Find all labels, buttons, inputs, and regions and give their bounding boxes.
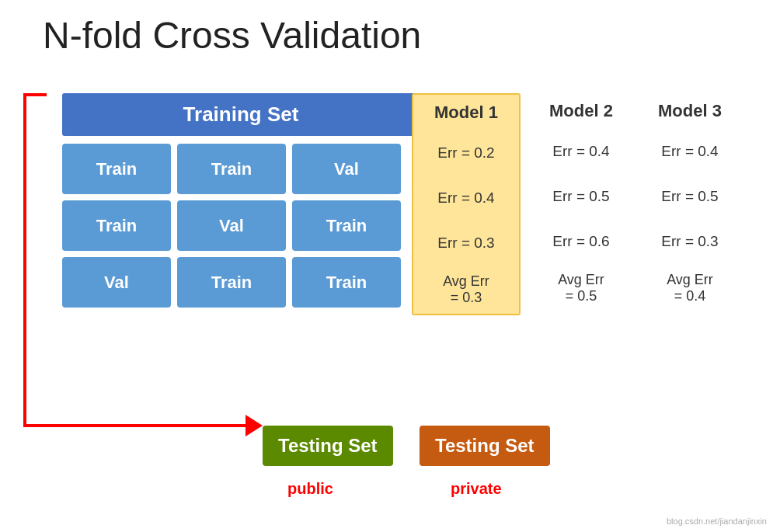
model1-err3: Err = 0.3	[413, 221, 519, 266]
model3-header: Model 3	[635, 93, 744, 129]
model2-header: Model 2	[527, 93, 635, 129]
cell-r1c3: Val	[292, 144, 401, 194]
cell-r3c2: Train	[177, 257, 286, 308]
public-label: public	[287, 480, 333, 498]
model2-column: Model 2 Err = 0.4 Err = 0.5 Err = 0.6 Av…	[527, 93, 635, 315]
training-set-header: Training Set	[62, 93, 420, 136]
model2-err3: Err = 0.6	[527, 219, 635, 264]
models-table: Model 1 Err = 0.2 Err = 0.4 Err = 0.3 Av…	[412, 93, 761, 315]
page-title: N-fold Cross Validation	[43, 14, 421, 57]
model3-err3: Err = 0.3	[635, 219, 744, 264]
grid-rows: Train Train Val Train Val Train Val Trai…	[62, 144, 420, 308]
private-label: private	[451, 480, 502, 498]
arrow-head	[245, 415, 263, 436]
grid-row-1: Train Train Val	[62, 144, 420, 194]
grid-row-2: Train Val Train	[62, 200, 420, 251]
testing-set-private: Testing Set	[420, 426, 550, 466]
model2-err2: Err = 0.5	[527, 174, 635, 219]
arrow-line	[23, 424, 249, 427]
cell-r2c2: Val	[177, 200, 286, 251]
model3-column: Model 3 Err = 0.4 Err = 0.5 Err = 0.3 Av…	[635, 93, 744, 315]
training-container: Training Set Train Train Val Train Val T…	[23, 93, 420, 308]
model2-avg: Avg Err= 0.5	[527, 264, 635, 312]
model1-err1: Err = 0.2	[413, 130, 519, 176]
model1-column: Model 1 Err = 0.2 Err = 0.4 Err = 0.3 Av…	[412, 93, 521, 315]
model1-avg: Avg Err= 0.3	[413, 266, 519, 314]
model3-err2: Err = 0.5	[635, 174, 744, 219]
model1-header: Model 1	[413, 95, 519, 130]
cell-r1c1: Train	[62, 144, 171, 194]
model3-avg: Avg Err= 0.4	[635, 264, 744, 312]
model1-err2: Err = 0.4	[413, 176, 519, 221]
models-area: Model 1 Err = 0.2 Err = 0.4 Err = 0.3 Av…	[412, 93, 761, 315]
watermark: blog.csdn.net/jiandanjinxin	[667, 516, 767, 526]
grid-row-3: Val Train Train	[62, 257, 420, 308]
cell-r3c3: Train	[292, 257, 401, 308]
testing-set-public: Testing Set	[263, 426, 393, 466]
cell-r2c3: Train	[292, 200, 401, 251]
cell-r1c2: Train	[177, 144, 286, 194]
model2-err1: Err = 0.4	[527, 129, 635, 174]
cell-r3c1: Val	[62, 257, 171, 308]
model3-err1: Err = 0.4	[635, 129, 744, 174]
cell-r2c1: Train	[62, 200, 171, 251]
